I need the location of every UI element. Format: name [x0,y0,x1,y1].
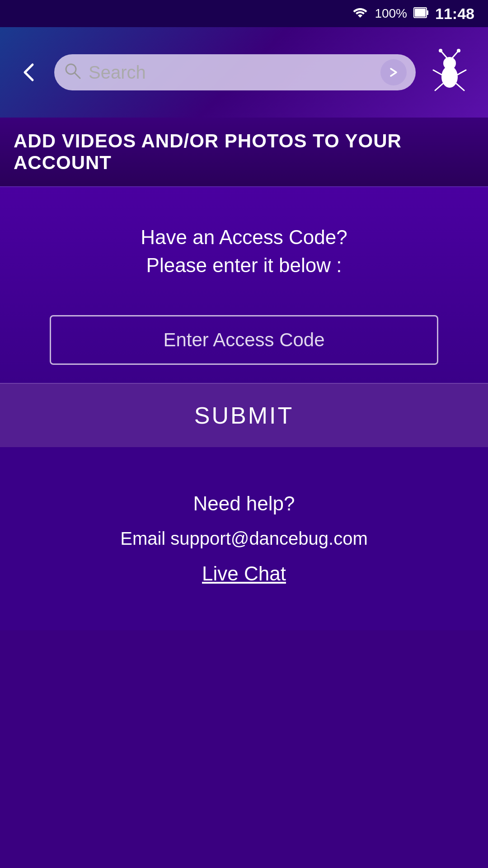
back-button[interactable] [14,57,45,88]
access-prompt-line1: Have an Access Code? [141,223,347,251]
access-code-input[interactable] [51,329,437,351]
search-submit-arrow[interactable] [380,59,407,85]
section-banner: ADD VIDEOS AND/OR PHOTOS TO YOUR ACCOUNT [0,118,488,187]
search-bar[interactable] [54,54,416,90]
svg-point-10 [457,49,460,52]
search-input[interactable] [89,62,373,83]
main-content: Have an Access Code? Please enter it bel… [0,187,488,383]
access-prompt: Have an Access Code? Please enter it bel… [141,223,347,279]
header [0,27,488,118]
svg-line-12 [458,70,466,75]
status-icons: 100% 11:48 [352,5,474,23]
svg-line-14 [456,84,464,90]
app-logo [425,47,474,97]
status-bar: 100% 11:48 [0,0,488,27]
time-display: 11:48 [435,5,474,23]
live-chat-link[interactable]: Live Chat [202,562,286,585]
help-section: Need help? Email support@dancebug.com Li… [0,447,488,630]
access-prompt-line2: Please enter it below : [141,251,347,279]
submit-section: SUBMIT [0,383,488,447]
svg-line-4 [75,73,80,78]
svg-rect-1 [415,9,426,17]
svg-rect-2 [427,10,428,15]
svg-point-8 [439,49,442,52]
svg-line-13 [435,84,443,90]
submit-button[interactable]: SUBMIT [194,402,294,429]
svg-line-11 [433,70,441,75]
need-help-text: Need help? [193,492,295,515]
battery-indicator: 100% [375,6,407,21]
section-banner-title: ADD VIDEOS AND/OR PHOTOS TO YOUR ACCOUNT [14,130,402,173]
svg-point-6 [443,57,456,70]
email-support-text: Email support@dancebug.com [120,528,368,549]
battery-icon [413,6,429,21]
access-code-field[interactable] [50,315,438,365]
wifi-icon [352,5,368,22]
search-icon [63,61,81,84]
bottom-filler [0,630,488,868]
